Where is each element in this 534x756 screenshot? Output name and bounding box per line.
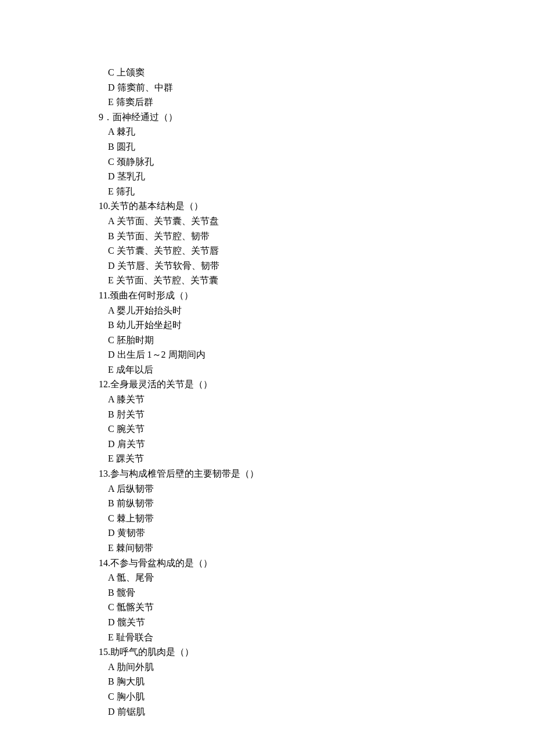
option-line: E 踝关节: [99, 451, 534, 466]
document-page: C 上颌窦D 筛窦前、中群E 筛窦后群9．面神经通过（）A 棘孔B 圆孔C 颈静…: [0, 0, 534, 756]
question-line: 10.关节的基本结构是（）: [99, 199, 534, 214]
question-line: 14.不参与骨盆构成的是（）: [99, 556, 534, 571]
option-line: D 出生后 1～2 周期间内: [99, 347, 534, 362]
option-line: E 筛窦后群: [99, 95, 534, 110]
option-line: A 膝关节: [99, 392, 534, 407]
option-line: B 幼儿开始坐起时: [99, 318, 534, 333]
option-line: B 髋骨: [99, 585, 534, 600]
option-line: A 肋间外肌: [99, 660, 534, 675]
option-line: A 后纵韧带: [99, 481, 534, 496]
option-line: D 茎乳孔: [99, 169, 534, 184]
option-line: C 骶髂关节: [99, 600, 534, 615]
option-line: C 胚胎时期: [99, 333, 534, 348]
option-line: B 胸大肌: [99, 674, 534, 689]
option-line: A 骶、尾骨: [99, 570, 534, 585]
option-line: C 棘上韧带: [99, 511, 534, 526]
question-line: 11.颈曲在何时形成（）: [99, 288, 534, 303]
option-line: A 棘孔: [99, 124, 534, 139]
option-line: E 成年以后: [99, 362, 534, 377]
option-line: B 圆孔: [99, 139, 534, 154]
option-line: B 肘关节: [99, 407, 534, 422]
option-line: E 关节面、关节腔、关节囊: [99, 273, 534, 288]
option-line: C 上颌窦: [99, 65, 534, 80]
option-line: D 筛窦前、中群: [99, 80, 534, 95]
option-line: A 关节面、关节囊、关节盘: [99, 214, 534, 229]
option-line: C 关节囊、关节腔、关节唇: [99, 243, 534, 258]
option-line: D 髋关节: [99, 615, 534, 630]
option-line: E 耻骨联合: [99, 630, 534, 645]
option-line: C 腕关节: [99, 422, 534, 437]
question-line: 12.全身最灵活的关节是（）: [99, 377, 534, 392]
option-line: D 黄韧带: [99, 525, 534, 541]
question-line: 15.助呼气的肌肉是（）: [99, 645, 534, 660]
option-line: E 棘间韧带: [99, 541, 534, 556]
option-line: E 筛孔: [99, 184, 534, 199]
option-line: C 胸小肌: [99, 689, 534, 704]
option-line: D 前锯肌: [99, 704, 534, 719]
option-line: B 关节面、关节腔、韧带: [99, 229, 534, 244]
option-line: C 颈静脉孔: [99, 154, 534, 170]
question-list: C 上颌窦D 筛窦前、中群E 筛窦后群9．面神经通过（）A 棘孔B 圆孔C 颈静…: [99, 65, 534, 719]
option-line: D 关节唇、关节软骨、韧带: [99, 258, 534, 273]
option-line: D 肩关节: [99, 437, 534, 452]
question-line: 9．面神经通过（）: [99, 110, 534, 125]
question-line: 13.参与构成椎管后壁的主要韧带是（）: [99, 466, 534, 481]
option-line: A 婴儿开始抬头时: [99, 303, 534, 318]
option-line: B 前纵韧带: [99, 496, 534, 511]
